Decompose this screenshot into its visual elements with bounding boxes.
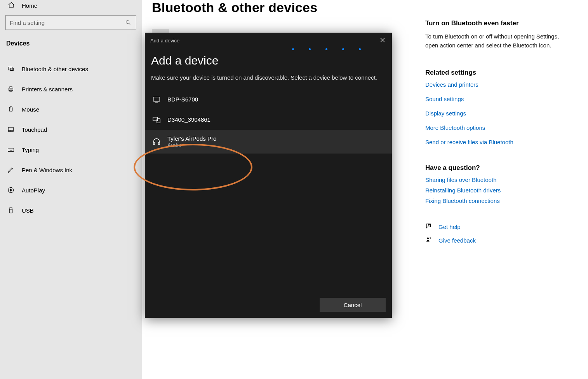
link-more-bt-options[interactable]: More Bluetooth options	[425, 124, 573, 131]
help-icon: ?	[425, 223, 432, 231]
link-display-settings[interactable]: Display settings	[425, 110, 573, 117]
link-sharing-files[interactable]: Sharing files over Bluetooth	[425, 176, 573, 183]
cancel-button[interactable]: Cancel	[320, 298, 386, 312]
dialog-heading: Add a device	[151, 54, 386, 67]
sidebar-item-autoplay[interactable]: AutoPlay	[5, 180, 136, 200]
faster-text: To turn Bluetooth on or off without open…	[425, 32, 573, 50]
svg-rect-18	[158, 142, 160, 145]
svg-rect-2	[10, 68, 14, 71]
progress-dot	[309, 48, 311, 50]
usb-icon	[7, 206, 15, 214]
sidebar-item-pen[interactable]: Pen & Windows Ink	[5, 160, 136, 180]
sidebar-item-label: Mouse	[22, 106, 39, 113]
device-item-bdp[interactable]: BDP-S6700	[151, 89, 386, 110]
dialog-titlebar-text: Add a device	[150, 38, 179, 44]
bluetooth-devices-icon	[7, 65, 15, 73]
get-help-row[interactable]: ? Get help	[425, 223, 573, 231]
page-title: Bluetooth & other devices	[152, 0, 416, 15]
keyboard-icon	[7, 146, 15, 154]
link-fixing-connections[interactable]: Fixing Bluetooth connections	[425, 197, 573, 204]
give-feedback-link[interactable]: Give feedback	[438, 237, 476, 244]
dialog-subtext: Make sure your device is turned on and d…	[151, 73, 386, 82]
svg-point-0	[126, 21, 129, 24]
sidebar-item-mouse[interactable]: Mouse	[5, 99, 136, 119]
device-name: D3400_3904861	[167, 116, 210, 123]
devices-icon	[152, 115, 161, 124]
get-help-link[interactable]: Get help	[438, 224, 461, 230]
sidebar-item-typing[interactable]: Typing	[5, 140, 136, 160]
sidebar: Home Devices Bluetooth & other devices P…	[0, 0, 142, 379]
device-subtype: Audio	[167, 142, 216, 148]
faster-heading: Turn on Bluetooth even faster	[425, 19, 573, 27]
device-name: BDP-S6700	[167, 96, 198, 103]
svg-text:?: ?	[428, 224, 430, 226]
feedback-icon	[425, 236, 432, 245]
sidebar-section-title: Devices	[5, 40, 136, 59]
device-name: Tyler's AirPods Pro	[167, 135, 216, 142]
svg-rect-10	[10, 208, 12, 209]
svg-point-13	[427, 238, 429, 239]
sidebar-item-label: Printers & scanners	[22, 86, 73, 93]
autoplay-icon	[7, 186, 15, 194]
home-icon	[8, 2, 15, 10]
link-sound-settings[interactable]: Sound settings	[425, 96, 573, 102]
home-link[interactable]: Home	[5, 0, 136, 15]
progress-dot	[359, 48, 361, 50]
headphones-icon	[152, 137, 161, 146]
progress-dot	[342, 48, 344, 50]
printer-icon	[7, 85, 15, 93]
mouse-icon	[7, 105, 15, 113]
svg-rect-17	[153, 142, 155, 145]
sidebar-item-usb[interactable]: USB	[5, 200, 136, 220]
device-item-airpods[interactable]: Tyler's AirPods Pro Audio	[145, 130, 392, 154]
give-feedback-row[interactable]: Give feedback	[425, 236, 573, 245]
svg-rect-4	[10, 87, 12, 88]
progress-dots	[145, 48, 392, 52]
svg-rect-11	[9, 209, 12, 213]
touchpad-icon	[7, 126, 15, 133]
progress-dot	[325, 48, 327, 50]
sidebar-item-bluetooth[interactable]: Bluetooth & other devices	[5, 59, 136, 79]
related-heading: Related settings	[425, 69, 573, 77]
link-devices-printers[interactable]: Devices and printers	[425, 81, 573, 88]
sidebar-item-label: Typing	[22, 147, 39, 153]
sidebar-item-label: USB	[22, 207, 34, 214]
pen-icon	[7, 166, 15, 174]
svg-rect-14	[153, 97, 160, 101]
sidebar-item-printers[interactable]: Printers & scanners	[5, 79, 136, 99]
add-device-dialog: Add a device Add a device Make sure your…	[145, 33, 392, 318]
svg-rect-3	[9, 88, 13, 91]
question-heading: Have a question?	[425, 164, 573, 172]
link-send-receive-files[interactable]: Send or receive files via Bluetooth	[425, 139, 573, 145]
sidebar-item-label: Touchpad	[22, 126, 47, 133]
link-reinstall-drivers[interactable]: Reinstalling Bluetooth drivers	[425, 187, 573, 194]
sidebar-item-label: Pen & Windows Ink	[22, 167, 72, 173]
sidebar-item-touchpad[interactable]: Touchpad	[5, 119, 136, 140]
close-icon	[380, 38, 385, 44]
device-item-d3400[interactable]: D3400_3904861	[151, 110, 386, 130]
sidebar-item-label: Bluetooth & other devices	[22, 66, 88, 72]
search-input-container[interactable]	[5, 15, 136, 30]
search-input[interactable]	[10, 19, 132, 26]
right-panel: Turn on Bluetooth even faster To turn Bl…	[425, 0, 573, 379]
close-button[interactable]	[379, 37, 386, 44]
monitor-icon	[152, 95, 161, 104]
home-label: Home	[22, 2, 37, 9]
sidebar-item-label: AutoPlay	[22, 187, 45, 194]
progress-dot	[292, 48, 294, 50]
